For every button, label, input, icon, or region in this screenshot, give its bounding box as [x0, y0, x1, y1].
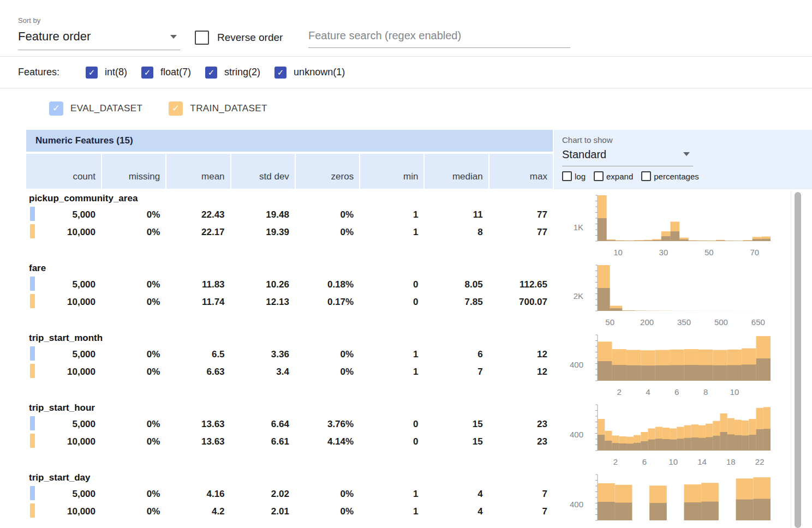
svg-text:6: 6: [642, 457, 647, 466]
svg-text:10: 10: [730, 387, 739, 397]
checkbox-checked-icon[interactable]: ✓: [205, 67, 217, 79]
stat-cell: 3.36: [231, 349, 295, 360]
stat-cell: 1: [360, 367, 423, 377]
dataset-toggle-train[interactable]: ✓ TRAIN_DATASET: [169, 101, 267, 116]
stat-cell: 0%: [296, 506, 359, 517]
column-header-mean: mean: [166, 154, 230, 189]
histogram-trip_start_hour[interactable]: 4002610141822: [557, 400, 791, 470]
eval-dataset-checkbox[interactable]: ✓: [49, 101, 63, 116]
column-header-count: count: [26, 154, 101, 189]
histogram-pickup_community_area[interactable]: 1K10305070: [557, 191, 791, 261]
filter-float[interactable]: ✓ float(7): [141, 67, 191, 79]
dataset-color-swatch: [30, 277, 35, 291]
stat-cell: 0%: [102, 367, 165, 377]
filter-float-label: float(7): [160, 67, 191, 78]
svg-text:6: 6: [674, 387, 679, 397]
stat-cell: 0%: [296, 209, 359, 220]
stat-cell: 0%: [102, 209, 165, 220]
stat-cell: 7.85: [425, 297, 488, 308]
histogram-svg: 400: [557, 470, 791, 528]
stat-cell: 22.17: [166, 227, 230, 238]
stat-cell: 5,000: [26, 489, 101, 500]
feature-search-input[interactable]: [308, 27, 570, 48]
dataset-color-swatch: [30, 434, 35, 448]
log-toggle[interactable]: log: [562, 171, 586, 181]
train-dataset-checkbox[interactable]: ✓: [169, 101, 183, 116]
dataset-color-swatch: [30, 294, 35, 308]
chart-type-dropdown[interactable]: Standard: [562, 145, 693, 166]
stats-row-eval: 5,0000%13.636.643.76%01523: [26, 416, 553, 433]
svg-text:500: 500: [714, 317, 728, 327]
stat-cell: 0%: [102, 227, 165, 238]
stats-row-train: 10,0000%13.636.614.14%01523: [26, 433, 553, 451]
sort-by-value: Feature order: [18, 29, 91, 43]
filter-unknown[interactable]: ✓ unknown(1): [274, 67, 345, 79]
histogram-svg: 2K50200350500650: [557, 261, 791, 331]
svg-text:400: 400: [570, 500, 583, 509]
stat-cell: 5,000: [26, 419, 101, 430]
dataset-toggle-eval[interactable]: ✓ EVAL_DATASET: [49, 101, 142, 116]
stat-cell: 13.63: [166, 419, 230, 430]
vertical-scrollbar[interactable]: [795, 192, 801, 528]
chart-type-value: Standard: [562, 148, 606, 160]
percentages-checkbox[interactable]: [641, 171, 651, 181]
stat-cell: 0: [360, 436, 423, 447]
feature-block-trip_start_day: trip_start_day5,0000%4.162.020%14710,000…: [26, 470, 553, 528]
stat-cell: 5,000: [26, 279, 101, 290]
histogram-svg: 1K10305070: [557, 191, 791, 261]
dataset-color-swatch: [30, 346, 35, 361]
reverse-order-toggle[interactable]: Reverse order: [195, 31, 283, 45]
stat-cell: 10,000: [26, 436, 101, 447]
percentages-toggle[interactable]: percentages: [641, 171, 699, 181]
svg-text:400: 400: [570, 430, 583, 439]
stats-row-train: 10,0000%4.22.010%147: [26, 503, 553, 520]
checkbox-checked-icon[interactable]: ✓: [274, 67, 286, 79]
dataset-color-swatch: [30, 207, 35, 221]
expand-toggle[interactable]: expand: [594, 171, 633, 181]
stat-cell: 4: [425, 506, 488, 517]
sort-by-dropdown[interactable]: Feature order: [18, 29, 180, 50]
column-header-min: min: [360, 154, 423, 189]
svg-text:4: 4: [646, 387, 650, 397]
checkbox-checked-icon[interactable]: ✓: [86, 67, 98, 79]
sort-by-label: Sort by: [18, 16, 40, 25]
filter-unknown-label: unknown(1): [294, 67, 345, 78]
log-checkbox[interactable]: [562, 171, 572, 181]
svg-text:650: 650: [751, 317, 765, 327]
histogram-trip_start_day[interactable]: 400: [557, 470, 791, 528]
feature-block-trip_start_hour: trip_start_hour5,0000%13.636.643.76%0152…: [26, 400, 553, 470]
stat-cell: 0%: [296, 489, 359, 500]
filter-string[interactable]: ✓ string(2): [205, 67, 260, 79]
stat-cell: 8: [425, 227, 488, 238]
svg-text:10: 10: [668, 457, 678, 466]
stat-cell: 700.07: [489, 297, 553, 308]
stat-cell: 4.16: [166, 489, 230, 500]
stat-cell: 22.43: [166, 209, 230, 220]
expand-checkbox[interactable]: [594, 171, 604, 181]
stats-row-eval: 5,0000%11.8310.260.18%08.05112.65: [26, 276, 553, 293]
chart-to-show-label: Chart to show: [562, 135, 812, 145]
stat-cell: 10,000: [26, 297, 101, 308]
dataset-color-swatch: [30, 503, 35, 518]
features-filter-label: Features:: [18, 67, 59, 78]
checkbox-checked-icon[interactable]: ✓: [141, 67, 153, 79]
dataset-color-swatch: [30, 224, 35, 238]
filter-int[interactable]: ✓ int(8): [86, 67, 127, 79]
histogram-fare[interactable]: 2K50200350500650: [557, 261, 791, 331]
stat-cell: 6.5: [166, 349, 230, 360]
stat-cell: 0%: [102, 506, 165, 517]
stat-cell: 7: [489, 489, 553, 500]
feature-name: pickup_community_area: [26, 191, 553, 206]
reverse-order-checkbox[interactable]: [195, 31, 209, 45]
stat-cell: 0%: [296, 227, 359, 238]
svg-text:200: 200: [640, 317, 654, 327]
column-header-median: median: [425, 154, 488, 189]
svg-text:2: 2: [617, 387, 621, 397]
stat-cell: 4: [425, 489, 488, 500]
histogram-trip_start_month[interactable]: 400246810: [557, 331, 791, 400]
svg-text:70: 70: [750, 248, 759, 257]
svg-text:14: 14: [697, 457, 707, 466]
stats-row-train: 10,0000%11.7412.130.17%07.85700.07: [26, 293, 553, 311]
svg-text:1K: 1K: [574, 223, 583, 232]
stat-cell: 0%: [296, 367, 359, 377]
